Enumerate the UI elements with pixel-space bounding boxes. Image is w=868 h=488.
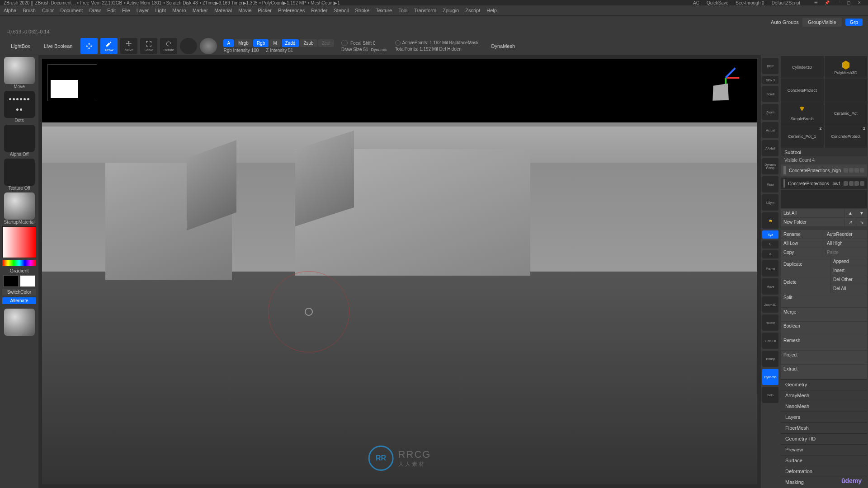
- menu-stroke[interactable]: Stroke: [355, 8, 369, 13]
- menu-tool[interactable]: Tool: [398, 8, 407, 13]
- menu-document[interactable]: Document: [60, 8, 83, 13]
- swatch-primary[interactable]: [20, 275, 35, 287]
- accordion-preview[interactable]: Preview: [781, 444, 867, 455]
- autoreorder-button[interactable]: AutoReorder: [824, 230, 867, 239]
- arrow1-button[interactable]: ↗: [845, 218, 856, 226]
- menu-movie[interactable]: Movie: [238, 8, 251, 13]
- accordion-geometryhd[interactable]: Geometry HD: [781, 433, 867, 444]
- aahalf-button[interactable]: AAHalf: [762, 140, 778, 156]
- accordion-surface[interactable]: Surface: [781, 455, 867, 465]
- menu-transform[interactable]: Transform: [414, 8, 436, 13]
- stroke-slot[interactable]: Dots: [2, 91, 36, 123]
- drawsize-slider[interactable]: Draw Size 51: [341, 47, 368, 52]
- zoom3d-button[interactable]: Zoom3D: [762, 296, 778, 313]
- tool-simplebrush[interactable]: SimpleBrush: [781, 102, 824, 125]
- accordion-layers[interactable]: Layers: [781, 412, 867, 422]
- menu-file[interactable]: File: [122, 8, 130, 13]
- allhigh-button[interactable]: All High: [824, 239, 867, 248]
- dynamic-button[interactable]: Dynamic: [762, 369, 778, 385]
- delall-button[interactable]: Del All: [830, 284, 867, 293]
- tool-ceramicpot[interactable]: Ceramic_Pot: [825, 102, 868, 125]
- menu-edit[interactable]: Edit: [107, 8, 116, 13]
- switchcolor-button[interactable]: SwitchColor: [2, 289, 36, 296]
- solo-button[interactable]: Solo: [762, 387, 778, 403]
- delete-button[interactable]: Delete: [781, 275, 830, 293]
- viewport[interactable]: RR RRCG人人素材: [42, 59, 757, 484]
- accordion-fibermesh[interactable]: FiberMesh: [781, 422, 867, 433]
- subtool-vis-icons[interactable]: [844, 168, 864, 173]
- menu-zplugin[interactable]: Zplugin: [443, 8, 459, 13]
- menu-render[interactable]: Render: [311, 8, 327, 13]
- project-button[interactable]: Project: [781, 351, 867, 365]
- accordion-geometry[interactable]: Geometry: [781, 379, 867, 389]
- sculptris-button[interactable]: [180, 38, 197, 54]
- gradient-label[interactable]: Gradient: [9, 268, 28, 273]
- minimize-icon[interactable]: —: [835, 0, 841, 5]
- scroll-button[interactable]: Scroll: [762, 86, 778, 102]
- maximize-icon[interactable]: ▢: [845, 0, 852, 5]
- movedown-button[interactable]: ▼: [856, 209, 867, 217]
- zsub-button[interactable]: Zsub: [300, 39, 317, 47]
- append-button[interactable]: Append: [830, 257, 867, 266]
- alternate-button[interactable]: Alternate: [2, 297, 36, 304]
- zintensity-slider[interactable]: Z Intensity 51: [266, 48, 293, 53]
- orientation-gizmo[interactable]: [708, 68, 744, 104]
- spix-button[interactable]: SPix 3: [762, 76, 778, 84]
- totalpoints-label[interactable]: TotalPoints: 1.192 Mil Del Hidden: [395, 47, 462, 52]
- brush-slot[interactable]: Move: [2, 57, 36, 89]
- menu-marker[interactable]: Marker: [193, 8, 208, 13]
- frame-button[interactable]: Frame: [762, 260, 778, 277]
- menu-color[interactable]: Color: [42, 8, 54, 13]
- menu-macro[interactable]: Macro: [172, 8, 186, 13]
- quicksave-button[interactable]: QuickSave: [707, 0, 728, 5]
- liveboolean-button[interactable]: Live Boolean: [38, 42, 78, 51]
- menu-layer[interactable]: Layer: [137, 8, 149, 13]
- edit-button[interactable]: [200, 38, 217, 54]
- zcut-button[interactable]: Zcut: [318, 39, 334, 47]
- move3d-button[interactable]: Move: [762, 278, 778, 295]
- mrgb-button[interactable]: Mrgb: [235, 39, 252, 47]
- menu-zscript[interactable]: Zscript: [465, 8, 480, 13]
- tool-polymesh3d[interactable]: PolyMesh3D: [825, 56, 868, 79]
- move-button[interactable]: Move: [120, 38, 137, 54]
- texture-slot[interactable]: Texture Off: [2, 159, 36, 191]
- remesh-button[interactable]: Remesh: [781, 336, 867, 350]
- merge-button[interactable]: Merge: [781, 308, 867, 322]
- rgbintensity-slider[interactable]: Rgb Intensity 100: [223, 48, 259, 53]
- dynamic-toggle[interactable]: Dynamic: [371, 47, 387, 52]
- split-button[interactable]: Split: [781, 293, 867, 307]
- zadd-button[interactable]: Zadd: [282, 39, 299, 47]
- menu-icon[interactable]: ☰: [813, 0, 819, 5]
- menu-light[interactable]: Light: [155, 8, 166, 13]
- menu-help[interactable]: Help: [486, 8, 497, 13]
- duplicate-button[interactable]: Duplicate: [781, 257, 830, 275]
- swatch-secondary[interactable]: [3, 275, 19, 287]
- menu-stencil[interactable]: Stencil: [334, 8, 349, 13]
- color-picker[interactable]: [2, 226, 36, 258]
- floor-button[interactable]: Floor: [762, 176, 778, 192]
- lock-button[interactable]: 🔒: [762, 212, 778, 229]
- menu-draw[interactable]: Draw: [89, 8, 101, 13]
- menu-preferences[interactable]: Preferences: [278, 8, 305, 13]
- pin-icon[interactable]: 📌: [824, 0, 830, 5]
- subtool-item-0[interactable]: ConcreteProtections_high: [781, 164, 867, 176]
- rotate3d-button[interactable]: Rotate: [762, 314, 778, 331]
- arrow2-button[interactable]: ↘: [856, 218, 867, 226]
- linefill-button[interactable]: Line Fill: [762, 333, 778, 349]
- bpr-button[interactable]: BPR: [762, 58, 778, 74]
- accordion-arraymesh[interactable]: ArrayMesh: [781, 390, 867, 400]
- menu-picker[interactable]: Picker: [258, 8, 272, 13]
- tool-ceramicpot1[interactable]: 2Ceramic_Pot_1: [781, 125, 824, 148]
- canvas-thumbnail[interactable]: [47, 64, 97, 101]
- copy-button[interactable]: Copy: [781, 248, 824, 257]
- seethrough-slider[interactable]: See-through 0: [736, 0, 764, 5]
- persp-button[interactable]: Dynanic Persp: [762, 158, 778, 174]
- grp-button[interactable]: Grp: [845, 19, 863, 26]
- insert-button[interactable]: Insert: [830, 266, 867, 275]
- paste-button[interactable]: Paste: [824, 248, 867, 257]
- delother-button[interactable]: Del Other: [830, 275, 867, 284]
- transp-button[interactable]: Transp: [762, 351, 778, 367]
- menu-texture[interactable]: Texture: [376, 8, 392, 13]
- autogroups-button[interactable]: Auto Groups: [771, 19, 799, 25]
- snap-button[interactable]: ↻: [762, 240, 778, 249]
